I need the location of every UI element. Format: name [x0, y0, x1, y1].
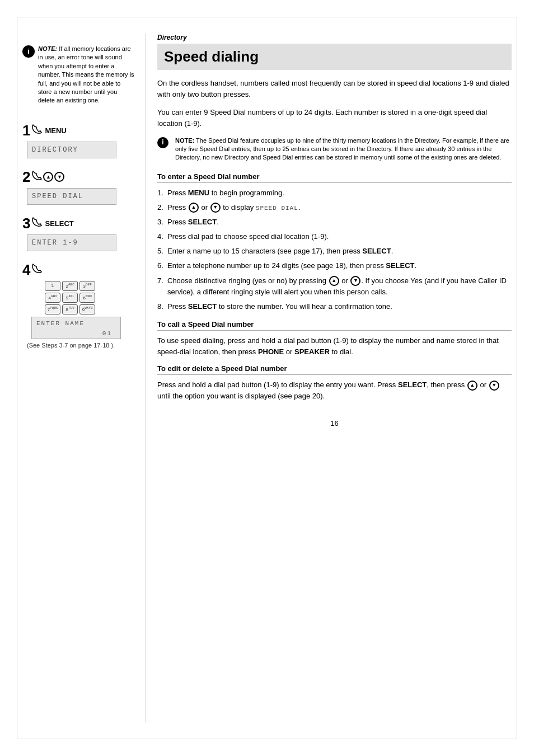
subsection-header-3: To edit or delete a Speed Dial number — [157, 364, 512, 375]
key-2[interactable]: 2ABC — [62, 281, 78, 291]
nav-up-btn-2[interactable]: ▲ — [43, 172, 53, 182]
key-1[interactable]: 1 — [45, 281, 60, 291]
list-item: 1. Press MENU to begin programming. — [157, 187, 512, 199]
nav-down-btn-2[interactable]: ▼ — [54, 172, 64, 182]
enter-speed-dial-steps: 1. Press MENU to begin programming. 2. P… — [157, 187, 512, 312]
section-title-bar: Speed dialing — [157, 44, 512, 70]
key-4[interactable]: 4GHI — [45, 293, 60, 303]
key-9[interactable]: 9WXYZ — [79, 304, 95, 314]
nav-up-btn-step2[interactable]: ▲ — [189, 203, 199, 213]
nav-up-btn-step7[interactable]: ▲ — [329, 276, 339, 286]
list-item: 4. Press dial pad to choose speed dial l… — [157, 231, 512, 242]
left-column: i NOTE: If all memory locations are in u… — [22, 34, 146, 722]
step-1-block: 1 MENU DIRECTORY — [22, 122, 134, 158]
list-item: 3. Press SELECT. — [157, 217, 512, 228]
intro-para-2: You can enter 9 Speed Dial numbers of up… — [157, 107, 512, 129]
nav-down-btn-edit[interactable]: ▼ — [489, 381, 499, 391]
intro-para-1: On the cordless handset, numbers called … — [157, 78, 512, 100]
step-4-block: 4 1 2ABC 3DEF 4GHI 5JKL 6MNO 7PQRS 8TUV … — [22, 261, 134, 350]
note-text-left: NOTE: If all memory locations are in use… — [38, 45, 134, 105]
step-1-number: 1 MENU — [22, 122, 134, 139]
step-4-lcd-name: ENTER NAME 01 — [31, 317, 121, 339]
key-6[interactable]: 6MNO — [79, 293, 95, 303]
section-title: Speed dialing — [164, 48, 505, 65]
step-1-label: MENU — [45, 126, 66, 135]
note-box-left: i NOTE: If all memory locations are in u… — [22, 45, 134, 105]
step-2-number: 2 ▲ ▼ — [22, 168, 134, 186]
subsection-header-1: To enter a Speed Dial number — [157, 172, 512, 183]
step-4-number: 4 — [22, 261, 134, 279]
handset-icon-2 — [30, 168, 43, 186]
step-4-caption: (See Steps 3-7 on page 17-18 ). — [27, 341, 134, 350]
key-5[interactable]: 5JKL — [62, 293, 78, 303]
subsection-header-2: To call a Speed Dial number — [157, 320, 512, 331]
step-3-lcd: ENTER 1-9 — [27, 234, 116, 251]
note-icon-right: i — [157, 137, 168, 148]
keypad-grid: 1 2ABC 3DEF 4GHI 5JKL 6MNO 7PQRS 8TUV 9W… — [45, 281, 134, 314]
note-text-right: NOTE: The Speed Dial feature occupies up… — [175, 137, 512, 162]
nav-down-btn-step7[interactable]: ▼ — [350, 276, 360, 286]
step-1-lcd: DIRECTORY — [27, 142, 116, 158]
key-7[interactable]: 7PQRS — [45, 304, 60, 314]
page-border-left — [17, 17, 17, 739]
page-border-top — [17, 17, 517, 17]
page-number: 16 — [157, 419, 512, 428]
list-item: 8. Press SELECT to store the number. You… — [157, 301, 512, 312]
nav-down-btn-step2[interactable]: ▼ — [210, 203, 221, 213]
section-label: Directory — [157, 34, 512, 41]
list-item: 5. Enter a name up to 15 characters (see… — [157, 246, 512, 257]
handset-icon-1 — [30, 122, 43, 139]
list-item: 7. Choose distinctive ringing (yes or no… — [157, 275, 512, 298]
step-3-label: SELECT — [45, 219, 73, 228]
nav-up-btn-edit[interactable]: ▲ — [467, 381, 477, 391]
list-item: 2. Press ▲ or ▼ to display SPEED DIAL. — [157, 202, 512, 213]
step-2-block: 2 ▲ ▼ SPEED DIAL — [22, 168, 134, 205]
key-8[interactable]: 8TUV — [62, 304, 78, 314]
key-3[interactable]: 3DEF — [79, 281, 95, 291]
right-column: Directory Speed dialing On the cordless … — [146, 34, 512, 722]
page-border-bottom — [17, 739, 517, 739]
list-item: 6. Enter a telephone number up to 24 dig… — [157, 260, 512, 271]
step-3-number: 3 SELECT — [22, 215, 134, 232]
call-speed-dial-body: To use speed dialing, press and hold a d… — [157, 335, 512, 358]
step-3-block: 3 SELECT ENTER 1-9 — [22, 215, 134, 251]
handset-icon-4 — [30, 261, 43, 279]
edit-speed-dial-body: Press and hold a dial pad button (1-9) t… — [157, 379, 512, 402]
step-2-lcd: SPEED DIAL — [27, 188, 116, 205]
step-4-lcd-sub: 01 — [102, 330, 112, 337]
note-box-right: i NOTE: The Speed Dial feature occupies … — [157, 137, 512, 162]
note-icon-left: i — [22, 45, 35, 58]
handset-icon-3 — [30, 215, 43, 232]
page-border-right — [517, 17, 517, 739]
